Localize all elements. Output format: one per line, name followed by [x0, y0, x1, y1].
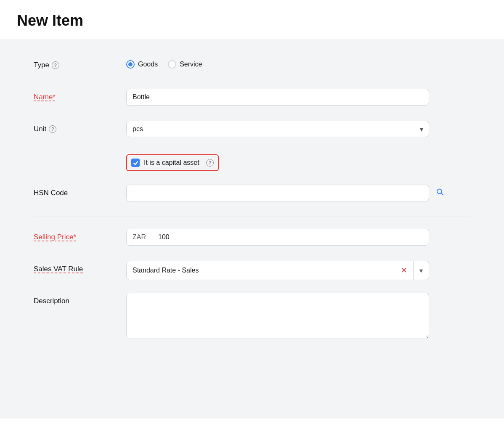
- sales-vat-rule-control: Standard Rate - Sales ✕ ▾: [126, 261, 429, 280]
- type-row: Type ? Goods Service: [34, 57, 470, 77]
- selling-price-label: Selling Price*: [34, 229, 126, 241]
- unit-help-icon[interactable]: ?: [49, 125, 56, 133]
- radio-service[interactable]: Service: [168, 60, 202, 69]
- capital-asset-row: It is a capital asset ?: [34, 153, 470, 173]
- sales-vat-rule-row: Sales VAT Rule Standard Rate - Sales ✕ ▾: [34, 261, 470, 281]
- capital-asset-checkbox-label[interactable]: It is a capital asset ?: [126, 154, 219, 171]
- vat-chevron-icon[interactable]: ▾: [414, 261, 429, 280]
- vat-select-value: Standard Rate - Sales: [127, 262, 395, 278]
- hsn-search-icon[interactable]: [436, 188, 444, 198]
- section-divider: [34, 217, 470, 217]
- unit-label: Unit ?: [34, 121, 126, 133]
- page-header: New Item: [0, 0, 504, 40]
- hsn-code-control: [126, 185, 429, 201]
- selling-price-row: Selling Price* ZAR: [34, 229, 470, 249]
- price-amount-input[interactable]: [152, 229, 429, 245]
- vat-clear-button[interactable]: ✕: [395, 261, 414, 280]
- page-title: New Item: [17, 12, 487, 29]
- sales-vat-rule-label: Sales VAT Rule: [34, 261, 126, 273]
- radio-service-circle: [168, 60, 176, 69]
- capital-asset-label-text: It is a capital asset: [144, 159, 199, 167]
- radio-service-label: Service: [180, 61, 202, 68]
- description-control: [126, 293, 429, 341]
- price-input-group: ZAR: [126, 229, 429, 246]
- form-container: Type ? Goods Service Name*: [0, 40, 504, 418]
- currency-label: ZAR: [127, 229, 152, 245]
- radio-goods-circle: [126, 60, 135, 69]
- unit-control: pcs kg ltr box nos ▾: [126, 121, 429, 137]
- type-help-icon[interactable]: ?: [52, 61, 59, 69]
- capital-asset-help-icon[interactable]: ?: [206, 159, 214, 167]
- selling-price-control: ZAR: [126, 229, 429, 246]
- description-textarea[interactable]: [126, 293, 429, 339]
- vat-select-group: Standard Rate - Sales ✕ ▾: [126, 261, 429, 280]
- unit-row: Unit ? pcs kg ltr box nos ▾: [34, 121, 470, 141]
- hsn-code-label: HSN Code: [34, 185, 126, 197]
- check-icon: [133, 160, 138, 166]
- name-input[interactable]: [126, 89, 429, 106]
- hsn-wrapper: [126, 185, 429, 201]
- hsn-code-row: HSN Code: [34, 185, 470, 205]
- name-row: Name*: [34, 89, 470, 109]
- radio-goods-label: Goods: [138, 61, 158, 68]
- unit-select-wrapper: pcs kg ltr box nos ▾: [126, 121, 429, 137]
- type-label: Type ?: [34, 57, 126, 69]
- capital-asset-checkbox: [131, 159, 140, 167]
- svg-line-1: [441, 193, 443, 195]
- type-radio-group: Goods Service: [126, 57, 429, 69]
- type-control: Goods Service: [126, 57, 429, 69]
- name-control: [126, 89, 429, 106]
- capital-asset-control: It is a capital asset ?: [126, 154, 429, 171]
- unit-select[interactable]: pcs kg ltr box nos: [126, 121, 429, 137]
- hsn-code-input[interactable]: [126, 185, 429, 201]
- name-label: Name*: [34, 89, 126, 101]
- radio-goods[interactable]: Goods: [126, 60, 158, 69]
- description-row: Description: [34, 293, 470, 341]
- description-label: Description: [34, 293, 126, 305]
